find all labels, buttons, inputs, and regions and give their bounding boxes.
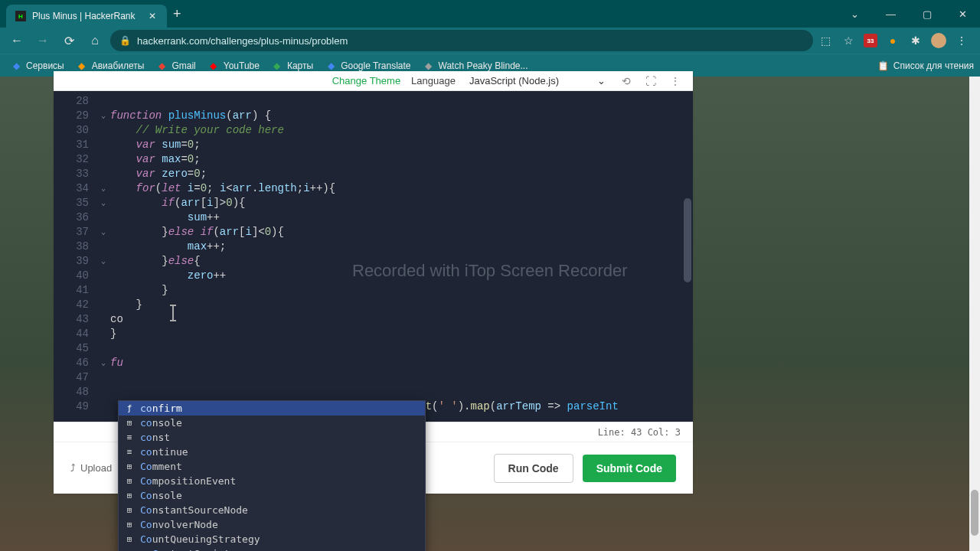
autocomplete-item[interactable]: ⊞ConstantSourceNode <box>119 503 425 517</box>
code-content[interactable]: if(arr[i]>0){ <box>109 196 246 210</box>
autocomplete-item[interactable]: ƒconfirm <box>119 401 425 416</box>
autocomplete-item[interactable]: ⊞ConvolverNode <box>119 517 425 532</box>
fold-icon[interactable]: ⌄ <box>98 254 109 269</box>
suggestion-kind-icon: ⊞ <box>123 548 136 552</box>
code-content[interactable]: var zero=0; <box>109 167 207 181</box>
autocomplete-item[interactable]: ≡continue <box>119 445 425 459</box>
autocomplete-item[interactable]: ≡const <box>119 430 425 445</box>
window-close-icon[interactable]: ✕ <box>946 2 980 26</box>
suggestion-label: ConvolverNode <box>140 519 218 530</box>
code-content[interactable]: var sum=0; <box>109 138 201 152</box>
code-line[interactable]: 45 <box>54 341 693 356</box>
suggestion-label: CountQueuingStrategy <box>140 533 260 545</box>
fold-icon[interactable]: ⌄ <box>98 196 109 210</box>
fold-icon[interactable]: ⌄ <box>98 109 109 123</box>
window-minimize-icon[interactable]: — <box>874 2 908 26</box>
tab-close-icon[interactable]: ✕ <box>147 11 158 21</box>
code-content[interactable]: co <box>109 312 123 327</box>
code-content[interactable]: var max=0; <box>109 152 201 167</box>
code-content[interactable]: for(let i=0; i<arr.length;i++){ <box>109 181 335 196</box>
code-line[interactable]: 39⌄ }else{ <box>54 254 693 269</box>
suggestion-kind-icon: ⊞ <box>123 490 136 502</box>
window-maximize-icon[interactable]: ▢ <box>910 2 944 26</box>
code-line[interactable]: 34⌄ for(let i=0; i<arr.length;i++){ <box>54 181 693 196</box>
reading-list-button[interactable]: 📋 Список для чтения <box>877 60 974 71</box>
code-line[interactable]: 42 } <box>54 298 693 312</box>
code-line[interactable]: 47 <box>54 370 693 385</box>
code-content[interactable]: // Write your code here <box>109 123 284 138</box>
fold-icon[interactable]: ⌄ <box>98 181 109 196</box>
line-number: 30 <box>54 123 98 138</box>
bookmark-label: Карты <box>287 60 313 71</box>
code-content[interactable]: sum++ <box>109 210 220 225</box>
url-input[interactable]: 🔒 hackerrank.com/challenges/plus-minus/p… <box>110 30 813 51</box>
code-line[interactable]: 43co <box>54 312 693 327</box>
extension-badge[interactable]: 33 <box>864 34 877 47</box>
code-content[interactable]: }else{ <box>109 254 201 269</box>
home-button[interactable]: ⌂ <box>84 30 106 51</box>
page-scrollbar-track[interactable] <box>969 77 980 551</box>
code-content[interactable]: } <box>109 283 168 298</box>
page-scrollbar-thumb[interactable] <box>971 490 978 536</box>
autocomplete-item[interactable]: ⊞Console <box>119 488 425 503</box>
code-line[interactable]: 28 <box>54 94 693 109</box>
code-line[interactable]: 35⌄ if(arr[i]>0){ <box>54 196 693 210</box>
code-content[interactable]: } <box>109 298 142 312</box>
autocomplete-item[interactable]: ⊞CountQueuingStrategy <box>119 532 425 546</box>
code-line[interactable]: 38 max++; <box>54 240 693 254</box>
code-content[interactable]: zero++ <box>109 269 226 283</box>
code-content[interactable]: max++; <box>109 240 226 254</box>
line-number: 36 <box>54 210 98 225</box>
bookmark-label: Gmail <box>172 60 195 71</box>
new-tab-button[interactable]: + <box>173 6 181 22</box>
suggestion-label: msContentScript <box>140 548 230 551</box>
reset-code-icon[interactable]: ⟲ <box>619 74 633 88</box>
run-code-button[interactable]: Run Code <box>494 454 573 483</box>
code-content[interactable]: } <box>109 327 116 341</box>
profile-avatar[interactable] <box>931 33 946 48</box>
code-line[interactable]: 40 zero++ <box>54 269 693 283</box>
fold-icon[interactable]: ⌄ <box>98 225 109 240</box>
code-content[interactable]: function plusMinus(arr) { <box>109 109 271 123</box>
code-content[interactable]: fu <box>109 356 123 370</box>
code-line[interactable]: 37⌄ }else if(arr[i]<0){ <box>54 225 693 240</box>
kebab-menu-icon[interactable]: ⋮ <box>954 33 969 48</box>
code-line[interactable]: 30 // Write your code here <box>54 123 693 138</box>
translate-icon[interactable]: ⬚ <box>818 33 833 48</box>
code-editor[interactable]: 2829⌄function plusMinus(arr) {30 // Writ… <box>54 91 693 422</box>
editor-scrollbar-thumb[interactable] <box>684 198 691 282</box>
bookmark-star-icon[interactable]: ☆ <box>841 33 856 48</box>
fold-icon[interactable]: ⌄ <box>98 356 109 370</box>
autocomplete-popup[interactable]: ƒconfirm⊞console≡const≡continue⊞Comment⊞… <box>118 400 426 551</box>
code-line[interactable]: 31 var sum=0; <box>54 138 693 152</box>
code-line[interactable]: 48 <box>54 385 693 399</box>
window-dropdown-icon[interactable]: ⌄ <box>838 2 872 26</box>
code-line[interactable]: 46⌄fu <box>54 356 693 370</box>
submit-code-button[interactable]: Submit Code <box>583 455 676 482</box>
autocomplete-item[interactable]: ⊞msContentScript <box>119 546 425 551</box>
back-button[interactable]: ← <box>6 30 28 51</box>
browser-tab[interactable]: H Plus Minus | HackerRank ✕ <box>6 5 167 28</box>
bookmark-icon: ◆ <box>77 60 87 71</box>
change-theme-link[interactable]: Change Theme <box>332 75 400 86</box>
line-number: 49 <box>54 399 98 414</box>
autocomplete-item[interactable]: ⊞Comment <box>119 459 425 474</box>
code-line[interactable]: 36 sum++ <box>54 210 693 225</box>
reload-button[interactable]: ⟳ <box>58 30 80 51</box>
code-line[interactable]: 33 var zero=0; <box>54 167 693 181</box>
extension-orange-icon[interactable]: ● <box>885 33 900 48</box>
code-line[interactable]: 32 var max=0; <box>54 152 693 167</box>
autocomplete-item[interactable]: ⊞CompositionEvent <box>119 474 425 488</box>
kebab-icon[interactable]: ⋮ <box>668 74 682 88</box>
extensions-puzzle-icon[interactable]: ✱ <box>908 33 923 48</box>
code-line[interactable]: 44} <box>54 327 693 341</box>
tab-title: Plus Minus | HackerRank <box>32 11 141 21</box>
language-select[interactable]: JavaScript (Node.js) ⌄ <box>466 73 609 88</box>
code-line[interactable]: 29⌄function plusMinus(arr) { <box>54 109 693 123</box>
fullscreen-icon[interactable]: ⛶ <box>644 74 658 88</box>
forward-button[interactable]: → <box>32 30 54 51</box>
code-line[interactable]: 41 } <box>54 283 693 298</box>
code-content[interactable]: }else if(arr[i]<0){ <box>109 225 284 240</box>
autocomplete-item[interactable]: ⊞console <box>119 416 425 430</box>
upload-button[interactable]: ⤴ Upload <box>70 462 112 474</box>
